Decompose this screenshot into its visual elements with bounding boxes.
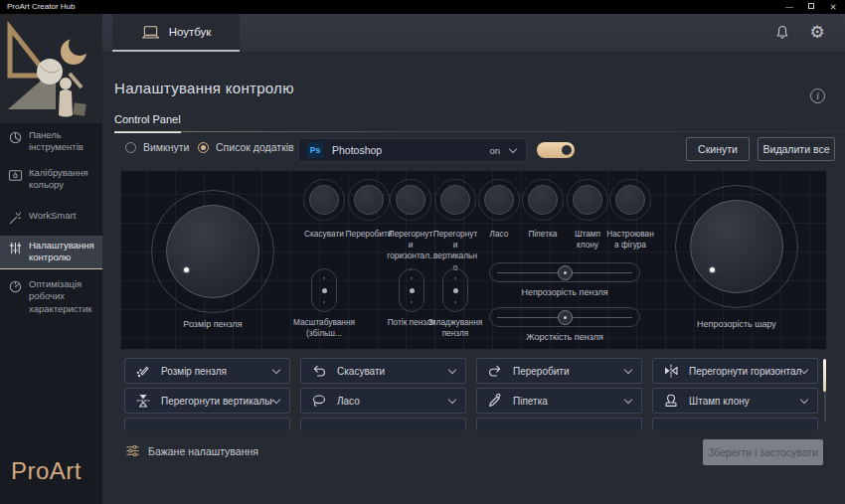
- chevron-down-icon: [800, 365, 808, 373]
- window-restore-button[interactable]: [803, 0, 819, 14]
- redo-icon: [487, 363, 503, 379]
- lasso-icon: [311, 393, 327, 409]
- panel-button[interactable]: [615, 185, 645, 215]
- radio-app-list[interactable]: Список додатків: [198, 141, 294, 153]
- eyedropper-icon: [487, 393, 503, 409]
- panel-button[interactable]: [309, 185, 339, 215]
- scrollbar-thumb[interactable]: [823, 359, 826, 392]
- reset-button[interactable]: Скинути: [686, 137, 750, 161]
- sidebar-item-dashboard[interactable]: Панель інструментів: [0, 125, 102, 158]
- app-enabled-toggle[interactable]: [537, 142, 575, 158]
- page-title: Налаштування контролю: [114, 80, 294, 96]
- control-settings-icon: [8, 241, 23, 255]
- vertical-slider[interactable]: [399, 268, 424, 312]
- gear-icon: ⚙: [809, 23, 824, 42]
- mapping-label: Перегорнути горизонтально: [689, 366, 801, 377]
- tab-laptop-label: Ноутбук: [169, 26, 212, 38]
- radio-app-list-label: Список додатків: [216, 141, 294, 153]
- panel-button[interactable]: [528, 185, 558, 215]
- sidebar-item-worksmart[interactable]: WorkSmart: [0, 206, 102, 230]
- window-close-button[interactable]: ✕: [825, 0, 841, 14]
- mapping-dropdown[interactable]: Перегорнути вертикально: [124, 388, 290, 414]
- panel-button-label: Піпетка: [519, 229, 567, 240]
- panel-button[interactable]: [484, 185, 514, 215]
- mapping-dropdown-partial[interactable]: [124, 418, 290, 430]
- laptop-icon: [141, 25, 160, 40]
- left-dial-indicator: [184, 267, 189, 272]
- mapping-label: Перегорнути вертикально: [161, 396, 273, 407]
- mapping-dropdown-partial[interactable]: [652, 418, 818, 430]
- flip-horizontal-icon: [663, 363, 679, 379]
- toggle-knob: [562, 145, 572, 155]
- window-title: ProArt Creator Hub: [7, 0, 75, 14]
- app-state: on: [489, 145, 500, 156]
- horizontal-slider-label: Жорсткість пензля: [495, 331, 634, 343]
- mapping-dropdown[interactable]: Піпетка: [476, 388, 642, 414]
- sidebar-item-label: Налаштування контролю: [29, 240, 102, 264]
- slider-knob[interactable]: [558, 265, 573, 280]
- panel-button-label: Переробити: [345, 229, 393, 240]
- mapping-dropdown[interactable]: Переробити: [476, 358, 642, 384]
- mapping-dropdown[interactable]: Перегорнути горизонтально: [652, 358, 818, 384]
- horizontal-slider-label: Непрозорість пензля: [495, 286, 634, 298]
- right-dial-knob[interactable]: [690, 200, 783, 293]
- sidebar-item-label: Панель інструментів: [29, 129, 102, 154]
- save-apply-button[interactable]: Зберегти і застосувати: [703, 439, 823, 465]
- chevron-down-icon: [448, 365, 456, 373]
- horizontal-slider[interactable]: [489, 307, 640, 327]
- chevron-down-icon: [624, 395, 632, 403]
- mapping-dropdown[interactable]: Штамп клону: [652, 388, 818, 414]
- chevron-down-icon: [509, 144, 517, 152]
- notifications-button[interactable]: [774, 24, 792, 42]
- tab-laptop[interactable]: Ноутбук: [112, 14, 240, 52]
- proart-wordmark: ProArt: [11, 457, 82, 485]
- sidebar-item-performance[interactable]: Оптимізація робочих характеристик: [0, 274, 102, 319]
- vertical-slider[interactable]: [311, 268, 337, 312]
- sidebar-item-color-calibration[interactable]: Калібрування кольору: [0, 163, 102, 196]
- left-dial-label: Розмір пензля: [143, 318, 282, 330]
- main-header: Ноутбук ⚙: [102, 14, 845, 52]
- mapping-dropdown-partial[interactable]: [476, 418, 642, 430]
- undo-icon: [311, 363, 327, 379]
- slider-knob[interactable]: [558, 310, 573, 325]
- mapping-dropdown[interactable]: Ласо: [300, 388, 466, 414]
- panel-button[interactable]: [573, 185, 602, 215]
- vertical-slider-label: Масштабування (збільш...: [291, 317, 357, 339]
- info-icon[interactable]: i: [810, 88, 825, 103]
- horizontal-slider[interactable]: [489, 262, 640, 282]
- left-dial-knob[interactable]: [166, 205, 259, 298]
- clone-stamp-icon: [663, 393, 679, 409]
- panel-button-label: Перегорнути горизонтал...: [387, 229, 434, 273]
- window-minimize-button[interactable]: —: [781, 0, 797, 14]
- preferred-settings-label: Бажане налаштування: [148, 445, 258, 457]
- mapping-grid: Розмір пензляСкасуватиПереробитиПерегорн…: [124, 358, 818, 430]
- radio-disable[interactable]: Вимкнути: [125, 141, 189, 153]
- panel-button[interactable]: [396, 185, 425, 215]
- app-select-dropdown[interactable]: Ps Photoshop on: [298, 138, 527, 162]
- tab-control-panel[interactable]: Control Panel: [114, 113, 181, 133]
- sidebar: Панель інструментівКалібрування кольоруW…: [0, 14, 102, 504]
- sidebar-item-label: WorkSmart: [29, 210, 102, 222]
- mapping-dropdown[interactable]: Скасувати: [300, 358, 466, 384]
- delete-all-button[interactable]: Видалити все: [758, 137, 835, 161]
- mapping-label: Штамп клону: [689, 396, 801, 407]
- bell-icon: [774, 24, 790, 41]
- right-dial-label: Непрозорість шару: [667, 318, 806, 330]
- panel-button-label: Ласо: [475, 229, 523, 240]
- mapping-dropdown-partial[interactable]: [300, 418, 466, 430]
- settings-button[interactable]: ⚙: [808, 24, 826, 42]
- mapping-label: Розмір пензля: [161, 366, 273, 377]
- sidebar-item-label: Калібрування кольору: [29, 167, 102, 192]
- panel-button[interactable]: [440, 185, 470, 215]
- app-name: Photoshop: [332, 144, 489, 156]
- mapping-dropdown[interactable]: Розмір пензля: [124, 358, 290, 384]
- sidebar-item-control-settings[interactable]: Налаштування контролю: [0, 236, 102, 269]
- window-titlebar: ProArt Creator Hub — ✕: [0, 0, 845, 14]
- chevron-down-icon: [272, 395, 280, 403]
- dashboard-icon: [8, 130, 23, 145]
- brush-icon: [135, 363, 151, 379]
- panel-button[interactable]: [354, 185, 384, 215]
- preferred-settings[interactable]: Бажане налаштування: [125, 443, 258, 458]
- vertical-slider[interactable]: [442, 268, 468, 312]
- panel-button-label: Настроювана фігура: [606, 229, 654, 251]
